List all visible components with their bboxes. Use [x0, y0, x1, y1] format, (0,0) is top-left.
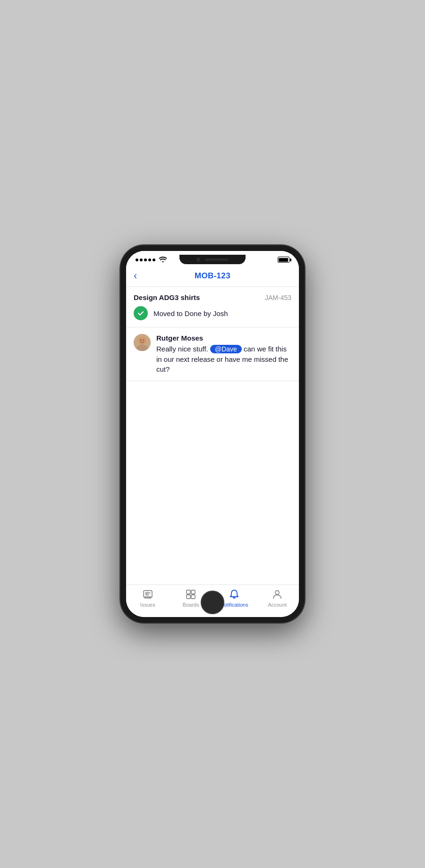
svg-rect-5 — [144, 591, 152, 597]
svg-point-13 — [275, 591, 279, 594]
svg-rect-11 — [187, 595, 190, 599]
notification-item-status[interactable]: Design ADG3 shirts JAM-453 Moved to Done… — [126, 287, 299, 327]
phone-screen: 1:20 pm ‹ MOB-123 Design ADG3 shirts JAM… — [126, 251, 299, 617]
svg-rect-9 — [187, 590, 190, 594]
svg-point-1 — [138, 337, 146, 344]
status-right — [278, 257, 289, 263]
svg-point-4 — [143, 340, 144, 341]
notification-header: Design ADG3 shirts JAM-453 — [134, 293, 291, 301]
phone-notch — [179, 255, 246, 264]
status-left — [136, 256, 167, 264]
tab-account-label: Account — [268, 602, 287, 608]
tab-account[interactable]: Account — [256, 589, 299, 608]
battery-icon — [278, 257, 289, 263]
tab-issues[interactable]: Issues — [126, 589, 170, 608]
notification-item-comment[interactable]: Rutger Moses Really nice stuff. @Dave ca… — [126, 327, 299, 381]
signal-dot-5 — [153, 259, 155, 261]
comment-before: Really nice stuff. — [156, 345, 210, 353]
tab-issues-label: Issues — [140, 602, 155, 608]
notification-title: Design ADG3 shirts — [134, 293, 200, 301]
tab-boards-label: Boards — [183, 602, 199, 608]
comment-header: Rutger Moses Really nice stuff. @Dave ca… — [134, 334, 291, 374]
home-button[interactable] — [201, 591, 224, 614]
battery-fill — [279, 258, 288, 262]
notification-body: Moved to Done by Josh — [134, 306, 291, 320]
wifi-icon — [159, 256, 167, 264]
signal-dot-3 — [144, 259, 147, 261]
page-title: MOB-123 — [195, 271, 230, 281]
mention-tag[interactable]: @Dave — [210, 345, 242, 353]
svg-rect-12 — [191, 595, 195, 599]
signal-dot-1 — [136, 259, 138, 261]
svg-point-3 — [140, 340, 141, 341]
svg-rect-10 — [191, 590, 195, 594]
camera — [196, 258, 200, 261]
content-area: Design ADG3 shirts JAM-453 Moved to Done… — [126, 287, 299, 584]
comment-text: Really nice stuff. @Dave can we fit this… — [156, 344, 291, 374]
done-check-icon — [134, 306, 148, 320]
comment-content: Rutger Moses Really nice stuff. @Dave ca… — [156, 334, 291, 374]
signal-dot-4 — [148, 259, 151, 261]
signal-dots — [136, 259, 155, 261]
back-button[interactable]: ‹ — [134, 270, 137, 282]
avatar — [134, 334, 151, 351]
signal-dot-2 — [140, 259, 143, 261]
phone-frame: 1:20 pm ‹ MOB-123 Design ADG3 shirts JAM… — [120, 245, 305, 623]
speaker — [205, 259, 229, 261]
nav-header: ‹ MOB-123 — [126, 267, 299, 287]
status-change-text: Moved to Done by Josh — [153, 309, 228, 317]
commenter-name: Rutger Moses — [156, 334, 291, 342]
notification-task-id: JAM-453 — [265, 294, 291, 301]
